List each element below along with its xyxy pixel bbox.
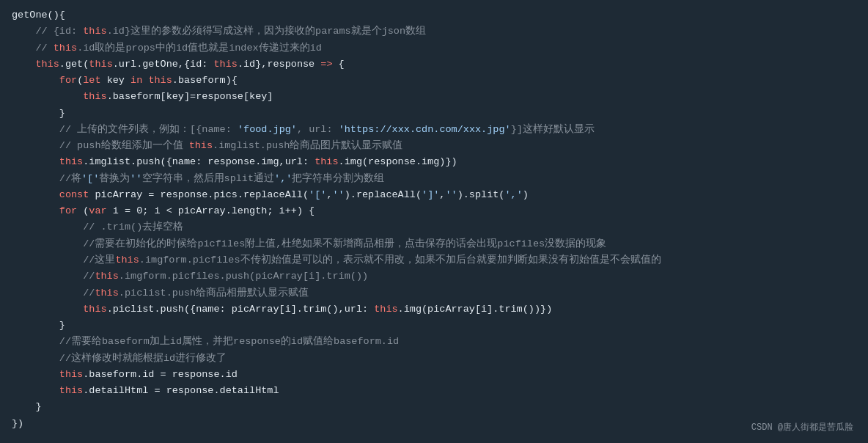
- code-line-26: }): [0, 416, 868, 432]
- code-line-6: this.baseform[key]=response[key]: [0, 89, 868, 105]
- code-line-8: // 上传的文件列表，例如：[{name: 'food.jpg', url: '…: [0, 122, 868, 138]
- code-line-21: //需要给baseform加上id属性，并把response的id赋值给base…: [0, 334, 868, 350]
- code-line-24: this.detailHtml = response.detailHtml: [0, 383, 868, 399]
- code-line-1: getOne(){: [0, 7, 868, 23]
- code-line-11: //将'['替换为''空字符串，然后用split通过','把字符串分割为数组: [0, 171, 868, 187]
- code-line-16: //这里this.imgform.picfiles不传初始值是可以的，表示就不用…: [0, 252, 868, 268]
- code-line-25: }: [0, 399, 868, 415]
- code-line-19: this.piclist.push({name: picArray[i].tri…: [0, 301, 868, 318]
- footer-credit: CSDN @唐人街都是苦瓜脸: [751, 421, 853, 436]
- code-line-13: for (var i = 0; i < picArray.length; i++…: [0, 203, 868, 219]
- code-line-23: this.baseform.id = response.id: [0, 367, 868, 383]
- code-line-3: // this.id取的是props中的id值也就是index传递过来的id: [0, 40, 868, 56]
- code-line-18: //this.piclist.push给商品相册默认显示赋值: [0, 285, 868, 301]
- code-line-5: for(let key in this.baseform){: [0, 73, 868, 89]
- code-line-4: this.get(this.url.getOne,{id: this.id},r…: [0, 56, 868, 73]
- code-line-15: //需要在初始化的时候给picfiles附上值,杜绝如果不新增商品相册，点击保存…: [0, 236, 868, 252]
- code-line-17: //this.imgform.picfiles.push(picArray[i]…: [0, 268, 868, 285]
- code-line-9: // push给数组添加一个值 this.imglist.push给商品图片默认…: [0, 138, 868, 154]
- code-line-10: this.imglist.push({name: response.img,ur…: [0, 154, 868, 170]
- code-line-12: const picArray = response.pics.replaceAl…: [0, 187, 868, 203]
- code-line-7: }: [0, 106, 868, 122]
- code-line-22: //这样修改时就能根据id进行修改了: [0, 351, 868, 367]
- code-line-2: // {id: this.id}这里的参数必须得写成这样，因为接收的params…: [0, 23, 868, 40]
- code-line-20: }: [0, 318, 868, 334]
- code-editor: getOne(){ // {id: this.id}这里的参数必须得写成这样，因…: [0, 0, 868, 443]
- code-line-14: // .trim()去掉空格: [0, 219, 868, 235]
